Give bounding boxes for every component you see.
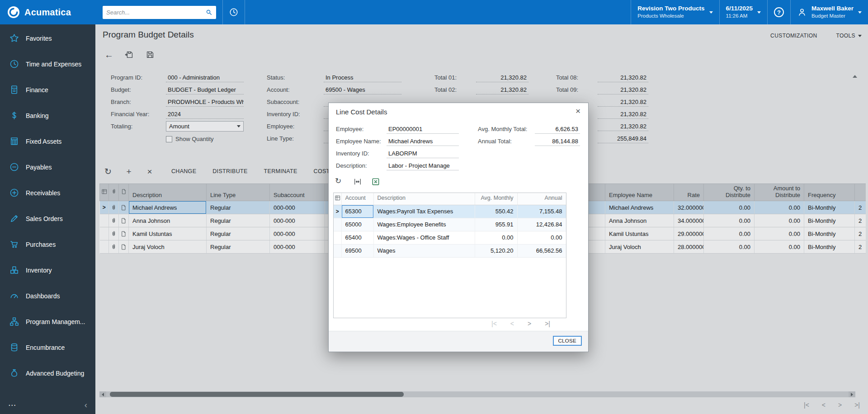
collapse-form-chevron-up-icon[interactable] xyxy=(853,75,857,78)
table-row[interactable]: 69500Wages5,120.2066,562.56 xyxy=(334,244,566,257)
scrollbar-thumb[interactable] xyxy=(110,392,404,397)
user-menu[interactable]: Maxwell Baker Budget Master xyxy=(790,0,868,24)
cell-employee-name[interactable]: Anna Johnson xyxy=(605,214,674,227)
cell-rate[interactable]: 28.000000 xyxy=(674,240,704,254)
cell-employee-name[interactable]: Kamil Ustuntas xyxy=(605,227,674,240)
grid-action-cost[interactable]: COST xyxy=(314,168,330,174)
show-quantity-checkbox[interactable]: Show Quantity xyxy=(166,136,214,142)
cell-rate[interactable]: 29.000000 xyxy=(674,227,704,240)
cell-subaccount[interactable]: 000-000 xyxy=(270,227,325,240)
collapse-sidebar-button[interactable]: ‹ xyxy=(85,400,87,410)
cell-description[interactable]: Anna Johnson xyxy=(129,214,207,227)
acumatica-home-link[interactable]: Acumatica xyxy=(0,6,95,19)
business-date-button[interactable] xyxy=(222,0,245,24)
cell-frequency[interactable]: Bi-Monthly xyxy=(804,240,855,254)
cell-annual[interactable]: 12,426.84 xyxy=(517,218,566,231)
field-value-avg-monthly-total[interactable]: 6,626.53 xyxy=(535,124,580,134)
first-page-button[interactable]: |< xyxy=(491,320,497,327)
paperclip-icon[interactable] xyxy=(109,240,119,254)
field-value-employee-name[interactable]: Michael Andrews xyxy=(387,136,459,146)
sidebar-item-banking[interactable]: Banking xyxy=(0,103,95,128)
customization-menu[interactable]: CUSTOMIZATION xyxy=(770,33,817,39)
help-button[interactable]: ? xyxy=(767,0,790,24)
field-value-description[interactable]: Labor - Project Manage xyxy=(387,161,459,170)
column-header-amount-to-distribute[interactable]: Amount to Distribute xyxy=(755,184,804,201)
cell-account[interactable]: 65300 xyxy=(341,205,373,218)
close-button[interactable]: CLOSE xyxy=(553,336,582,346)
cell-rate[interactable]: 32.000000 xyxy=(674,201,704,214)
sidebar-item-inventory[interactable]: Inventory xyxy=(0,257,95,283)
sidebar-item-encumbrance[interactable]: Encumbrance xyxy=(0,334,95,360)
table-row[interactable]: >65300Wages:Payroll Tax Expenses550.427,… xyxy=(334,205,566,218)
sidebar-item-purchases[interactable]: Purchases xyxy=(0,231,95,257)
cell-clipped[interactable]: 2 xyxy=(855,227,866,240)
field-value-account[interactable]: 69500 - Wages xyxy=(324,85,401,94)
cell-annual[interactable]: 66,562.56 xyxy=(517,244,566,257)
sidebar-item-fixed-assets[interactable]: Fixed Assets xyxy=(0,128,95,154)
cell-account[interactable]: 65000 xyxy=(341,218,373,231)
field-value-financial-year[interactable]: 2024 xyxy=(166,109,244,119)
cell-avg-monthly[interactable]: 955.91 xyxy=(475,218,517,231)
note-icon[interactable] xyxy=(119,214,129,227)
field-value-budget[interactable]: BUDGET - Budget Ledger xyxy=(166,85,244,94)
column-header-account[interactable]: Account xyxy=(341,193,373,205)
cell-frequency[interactable]: Bi-Monthly xyxy=(804,201,855,214)
column-header-description[interactable]: Description xyxy=(129,184,207,201)
next-page-button[interactable]: > xyxy=(838,401,842,409)
sidebar-item-time-and-expenses[interactable]: Time and Expenses xyxy=(0,51,95,77)
column-header-annual[interactable]: Annual xyxy=(517,193,566,205)
cell-description[interactable]: Juraj Voloch xyxy=(129,240,207,254)
note-icon[interactable] xyxy=(119,201,129,214)
checkbox-icon[interactable] xyxy=(166,136,172,142)
column-header-description[interactable]: Description xyxy=(373,193,475,205)
more-items-button[interactable]: ⋯ xyxy=(8,400,16,410)
cell-qty-to-distribute[interactable]: 0.00 xyxy=(704,201,755,214)
search-icon[interactable] xyxy=(205,9,212,16)
sidebar-item-advanced-budgeting[interactable]: Advanced Budgeting xyxy=(0,360,95,386)
field-value-inventory-id[interactable]: LABORPM xyxy=(387,149,459,158)
cell-qty-to-distribute[interactable]: 0.00 xyxy=(704,214,755,227)
cell-clipped[interactable]: 2 xyxy=(855,201,866,214)
field-value-total-08[interactable]: 21,320.82 xyxy=(598,73,648,82)
global-search[interactable] xyxy=(103,6,216,19)
cell-description[interactable]: Wages:Payroll Tax Expenses xyxy=(373,205,475,218)
cell-qty-to-distribute[interactable]: 0.00 xyxy=(704,227,755,240)
cell-account[interactable]: 65400 xyxy=(341,231,373,244)
cell-employee-name[interactable]: Michael Andrews xyxy=(605,201,674,214)
cell-annual[interactable]: 0.00 xyxy=(517,231,566,244)
sidebar-item-program-managem[interactable]: Program Managem... xyxy=(0,309,95,334)
cell-description[interactable]: Michael Andrews xyxy=(129,201,207,214)
field-value-status[interactable]: In Process xyxy=(324,73,401,82)
add-row-button[interactable]: + xyxy=(123,167,134,176)
close-icon[interactable]: × xyxy=(572,105,584,117)
cell-avg-monthly[interactable]: 550.42 xyxy=(475,205,517,218)
delete-row-button[interactable]: × xyxy=(144,167,155,176)
note-icon[interactable] xyxy=(119,227,129,240)
cell-line-type[interactable]: Regular xyxy=(207,201,270,214)
company-selector[interactable]: Revision Two Products Products Wholesale xyxy=(631,0,719,24)
paperclip-icon[interactable] xyxy=(109,214,119,227)
scroll-right-arrow[interactable] xyxy=(849,391,855,397)
cell-amount-to-distribute[interactable]: 0.00 xyxy=(755,214,804,227)
column-header-frequency[interactable]: Frequency xyxy=(804,184,855,201)
paperclip-icon[interactable] xyxy=(109,227,119,240)
paperclip-icon[interactable] xyxy=(109,201,119,214)
last-page-button[interactable]: >| xyxy=(545,320,550,327)
cell-description[interactable]: Wages xyxy=(373,244,475,257)
field-value-total[interactable]: 21,320.82 xyxy=(598,122,648,131)
cell-qty-to-distribute[interactable]: 0.00 xyxy=(704,240,755,254)
sidebar-item-finance[interactable]: Finance xyxy=(0,77,95,103)
cell-line-type[interactable]: Regular xyxy=(207,240,270,254)
field-value-branch[interactable]: PRODWHOLE - Products Wh xyxy=(166,97,244,107)
cell-frequency[interactable]: Bi-Monthly xyxy=(804,214,855,227)
fit-width-icon[interactable] xyxy=(353,177,362,186)
business-date-selector[interactable]: 6/11/2025 11:26 AM xyxy=(719,0,767,24)
field-value-total-01[interactable]: 21,320.82 xyxy=(476,73,528,82)
cell-amount-to-distribute[interactable]: 0.00 xyxy=(755,240,804,254)
sidebar-item-sales-orders[interactable]: Sales Orders xyxy=(0,206,95,231)
prev-page-button[interactable]: < xyxy=(510,320,514,327)
save-close-button[interactable] xyxy=(124,50,134,60)
grid-action-distribute[interactable]: DISTRIBUTE xyxy=(212,168,247,174)
first-page-button[interactable]: |< xyxy=(804,401,809,409)
cell-avg-monthly[interactable]: 0.00 xyxy=(475,231,517,244)
